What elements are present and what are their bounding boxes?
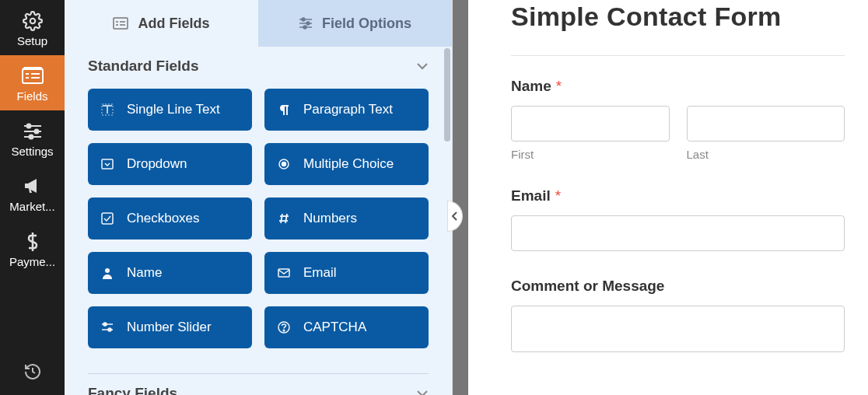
svg-line-33 <box>281 214 282 223</box>
sidebar-label: Payme... <box>0 255 65 268</box>
panel-scrollbar[interactable] <box>444 48 450 142</box>
checkbox-icon <box>100 212 114 225</box>
last-name-input[interactable] <box>687 106 845 142</box>
envelope-icon <box>277 268 291 278</box>
form-icon <box>0 65 65 88</box>
svg-point-19 <box>302 18 305 21</box>
field-label: Paragraph Text <box>303 102 393 117</box>
tab-field-options[interactable]: Field Options <box>258 0 452 47</box>
field-label: Single Line Text <box>127 102 220 117</box>
email-input[interactable] <box>511 215 845 251</box>
sidebar-label: Market... <box>0 200 65 213</box>
svg-rect-27 <box>102 159 113 169</box>
main-sidebar: Setup Fields Settings Market... Payme... <box>0 0 65 395</box>
title-divider <box>511 55 845 56</box>
field-label: Checkboxes <box>127 211 200 226</box>
chevron-down-icon <box>416 62 429 70</box>
field-label-row: Comment or Message <box>511 278 845 295</box>
sidebar-item-payments[interactable]: Payme... <box>0 221 65 276</box>
comment-textarea[interactable] <box>511 306 845 352</box>
dollar-icon <box>0 230 65 253</box>
tab-add-fields[interactable]: Add Fields <box>65 0 258 47</box>
field-name[interactable]: Name <box>88 252 252 294</box>
email-label: Email <box>511 187 551 204</box>
form-small-icon <box>113 17 128 30</box>
section-title: Fancy Fields <box>88 385 177 395</box>
chevron-left-icon <box>452 211 458 221</box>
resize-gutter <box>453 0 468 395</box>
field-number-slider[interactable]: Number Slider <box>88 306 252 348</box>
required-mark: * <box>556 78 562 95</box>
sidebar-label: Settings <box>0 145 65 158</box>
form-preview: Simple Contact Form Name * First Last Em… <box>468 0 868 395</box>
sliders-small-icon <box>299 17 313 30</box>
field-label-row: Name * <box>511 78 845 95</box>
comment-label: Comment or Message <box>511 278 664 295</box>
first-name-input[interactable] <box>511 106 670 142</box>
page-title: Simple Contact Form <box>511 2 845 32</box>
history-icon <box>23 362 42 381</box>
standard-fields-grid: Single Line Text Paragraph Text Dropdown… <box>65 79 452 364</box>
svg-point-0 <box>30 19 35 24</box>
sliders-icon <box>0 120 65 143</box>
svg-point-9 <box>34 130 38 134</box>
field-paragraph-text[interactable]: Paragraph Text <box>264 89 429 131</box>
field-dropdown[interactable]: Dropdown <box>88 143 252 185</box>
chevron-down-icon <box>416 390 429 395</box>
hash-icon <box>277 212 291 225</box>
email-field-block[interactable]: Email * <box>511 187 845 251</box>
svg-line-34 <box>285 214 287 223</box>
dropdown-icon <box>100 158 114 170</box>
svg-point-29 <box>282 163 286 166</box>
field-label: Dropdown <box>127 156 187 172</box>
svg-rect-30 <box>102 213 113 224</box>
field-checkboxes[interactable]: Checkboxes <box>88 198 252 239</box>
tab-label: Add Fields <box>138 16 209 32</box>
first-sublabel: First <box>511 148 670 161</box>
section-title: Standard Fields <box>88 58 199 75</box>
svg-rect-36 <box>278 269 289 277</box>
sidebar-item-history[interactable] <box>0 348 65 395</box>
sidebar-item-marketing[interactable]: Market... <box>0 166 65 221</box>
megaphone-icon <box>0 175 65 198</box>
field-label: Numbers <box>303 211 357 226</box>
name-field-block[interactable]: Name * First Last <box>511 78 845 161</box>
radio-icon <box>277 158 291 170</box>
svg-point-42 <box>283 330 285 331</box>
svg-point-11 <box>29 135 33 139</box>
sidebar-label: Fields <box>0 89 65 103</box>
sidebar-label: Setup <box>0 34 65 47</box>
section-fancy-fields[interactable]: Fancy Fields <box>65 374 452 395</box>
section-standard-fields[interactable]: Standard Fields <box>65 47 452 79</box>
field-email[interactable]: Email <box>264 252 429 294</box>
field-multiple-choice[interactable]: Multiple Choice <box>264 143 429 185</box>
name-label: Name <box>511 78 551 95</box>
svg-point-23 <box>303 26 306 29</box>
svg-rect-1 <box>23 69 43 83</box>
person-icon <box>100 267 114 279</box>
field-label-row: Email * <box>511 187 845 204</box>
svg-rect-13 <box>114 18 128 29</box>
sidebar-item-settings[interactable]: Settings <box>0 110 65 166</box>
svg-point-38 <box>103 323 107 326</box>
field-captcha[interactable]: CAPTCHA <box>264 306 429 348</box>
fields-panel: Add Fields Field Options Standard Fields… <box>65 0 453 395</box>
last-sublabel: Last <box>687 148 845 161</box>
comment-field-block[interactable]: Comment or Message <box>511 278 845 352</box>
sidebar-item-setup[interactable]: Setup <box>0 0 65 55</box>
sliders-icon <box>100 322 114 333</box>
gear-icon <box>0 9 65 33</box>
tab-label: Field Options <box>322 16 411 32</box>
sidebar-item-fields[interactable]: Fields <box>0 55 65 110</box>
text-icon <box>100 103 114 116</box>
panel-tabs: Add Fields Field Options <box>65 0 452 47</box>
svg-point-7 <box>26 124 30 128</box>
field-numbers[interactable]: Numbers <box>264 198 429 239</box>
field-label: Number Slider <box>127 320 212 335</box>
svg-point-35 <box>105 268 110 273</box>
field-label: CAPTCHA <box>303 320 366 335</box>
field-label: Email <box>303 265 337 281</box>
required-mark: * <box>555 187 561 204</box>
question-icon <box>277 321 291 334</box>
field-single-line-text[interactable]: Single Line Text <box>88 89 252 131</box>
